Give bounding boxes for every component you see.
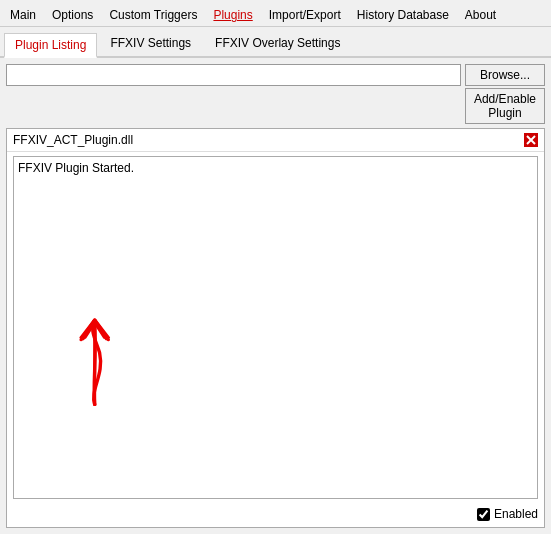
menu-options[interactable]: Options [44,4,101,26]
menu-import-export[interactable]: Import/Export [261,4,349,26]
close-icon [526,135,536,145]
plugin-log-text: FFXIV Plugin Started. [18,161,134,175]
tab-ffxiv-settings[interactable]: FFXIV Settings [99,31,202,56]
right-buttons: Browse... Add/EnablePlugin [465,64,545,124]
menu-main[interactable]: Main [2,4,44,26]
menu-about[interactable]: About [457,4,504,26]
content-area: Browse... Add/EnablePlugin FFXIV_ACT_Plu… [0,58,551,534]
plugin-panel: FFXIV_ACT_Plugin.dll FFXIV Plugin Starte… [6,128,545,528]
plugin-close-button[interactable] [524,133,538,147]
add-enable-button[interactable]: Add/EnablePlugin [465,88,545,124]
plugin-path-row: Browse... Add/EnablePlugin [6,64,545,124]
menu-history-database[interactable]: History Database [349,4,457,26]
menu-custom-triggers[interactable]: Custom Triggers [101,4,205,26]
plugin-log: FFXIV Plugin Started. [13,156,538,499]
plugin-name: FFXIV_ACT_Plugin.dll [13,133,133,147]
plugin-header: FFXIV_ACT_Plugin.dll [7,129,544,152]
enabled-checkbox[interactable] [477,508,490,521]
main-window: Main Options Custom Triggers Plugins Imp… [0,0,551,534]
plugin-path-input[interactable] [6,64,461,86]
browse-button[interactable]: Browse... [465,64,545,86]
tab-ffxiv-overlay-settings[interactable]: FFXIV Overlay Settings [204,31,351,56]
plugin-footer: Enabled [7,503,544,527]
enabled-label[interactable]: Enabled [477,507,538,521]
tab-plugin-listing[interactable]: Plugin Listing [4,33,97,58]
menu-plugins[interactable]: Plugins [205,4,260,26]
tab-bar: Plugin Listing FFXIV Settings FFXIV Over… [0,27,551,58]
menu-bar: Main Options Custom Triggers Plugins Imp… [0,0,551,27]
